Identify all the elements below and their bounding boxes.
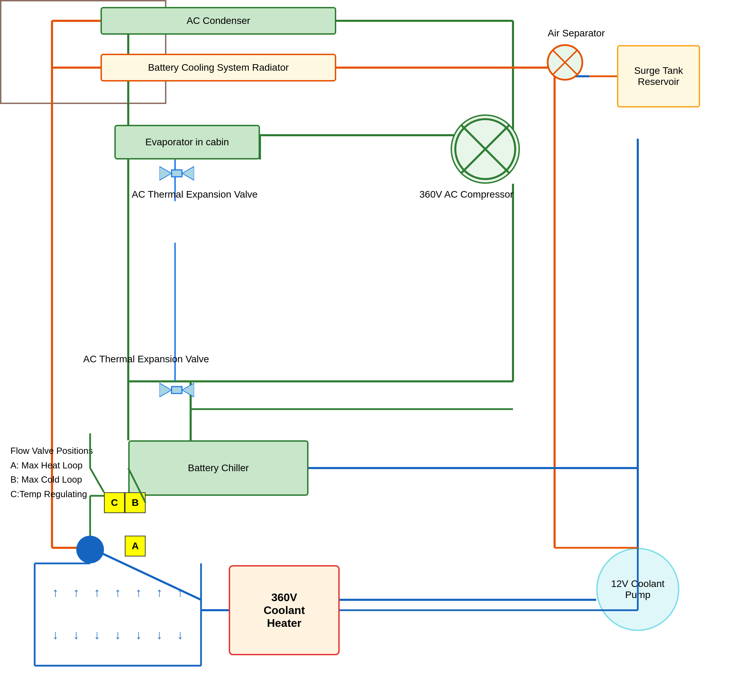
tev-bottom: [160, 376, 194, 405]
arrow-up-4: ↑: [115, 585, 121, 600]
arrow-down-3: ↓: [94, 627, 100, 642]
arrow-pair-7: ↑ ↓: [177, 585, 183, 642]
coolant-heater-label: 360VCoolantHeater: [263, 591, 305, 630]
svg-rect-33: [172, 387, 182, 394]
arrow-pair-3: ↑ ↓: [94, 585, 100, 642]
arrow-down-6: ↓: [156, 627, 163, 642]
arrow-pair-6: ↑ ↓: [156, 585, 163, 642]
arrow-up-3: ↑: [94, 585, 100, 600]
coolant-heater-box: 360VCoolantHeater: [229, 565, 340, 655]
air-separator-symbol: [544, 42, 586, 85]
legend-item-c: C:Temp Regulating: [11, 487, 93, 502]
evaporator-label: Evaporator in cabin: [145, 137, 229, 148]
arrow-pair-4: ↑ ↓: [115, 585, 121, 642]
svg-marker-32: [182, 166, 194, 180]
ac-compressor-box: [451, 114, 520, 184]
legend-item-a: A: Max Heat Loop: [11, 458, 93, 473]
tev-top-label: AC Thermal Expansion Valve: [132, 189, 257, 200]
legend-title: Flow Valve Positions: [11, 444, 93, 458]
diagram-container: AC Condenser Battery Cooling System Radi…: [0, 0, 748, 700]
battery-chiller-label: Battery Chiller: [188, 463, 249, 473]
ac-condenser-box: AC Condenser: [100, 7, 336, 35]
ac-condenser-label: AC Condenser: [187, 15, 250, 26]
arrow-down-5: ↓: [135, 627, 142, 642]
arrow-up-5: ↑: [135, 585, 142, 600]
arrow-down-1: ↓: [52, 627, 59, 642]
valve-marker-a-label: A: [132, 540, 138, 552]
arrow-pair-1: ↑ ↓: [52, 585, 59, 642]
arrow-up-2: ↑: [73, 585, 79, 600]
arrow-down-2: ↓: [73, 627, 79, 642]
ac-compressor-label: 360V AC Compressor: [420, 189, 513, 200]
svg-marker-34: [160, 383, 172, 397]
legend-item-b: B: Max Cold Loop: [11, 473, 93, 487]
svg-rect-30: [172, 170, 182, 177]
tev-top: [160, 160, 194, 189]
tev-bottom-label: AC Thermal Expansion Valve: [83, 354, 209, 365]
arrows-container: ↑ ↓ ↑ ↓ ↑ ↓ ↑ ↓ ↑ ↓ ↑ ↓ ↑ ↓: [42, 569, 194, 659]
arrow-pair-5: ↑ ↓: [135, 585, 142, 642]
battery-chiller-box: Battery Chiller: [128, 440, 309, 496]
arrow-down-7: ↓: [177, 627, 183, 642]
flow-junction: [76, 536, 104, 563]
svg-marker-31: [160, 166, 172, 180]
valve-marker-b: B: [125, 492, 146, 513]
valve-marker-c: C: [104, 492, 125, 513]
valve-marker-b-label: B: [132, 497, 138, 508]
arrow-up-1: ↑: [52, 585, 59, 600]
flow-valve-legend: Flow Valve Positions A: Max Heat Loop B:…: [11, 444, 93, 501]
evaporator-box: Evaporator in cabin: [114, 125, 260, 160]
bcsr-box: Battery Cooling System Radiator: [100, 54, 336, 81]
air-separator-label: Air Separator: [548, 28, 605, 39]
arrow-pair-2: ↑ ↓: [73, 585, 79, 642]
svg-marker-35: [182, 383, 194, 397]
surge-tank-label: Surge TankReservoir: [634, 65, 683, 87]
coolant-pump-box: 12V CoolantPump: [596, 548, 680, 631]
bcsr-label: Battery Cooling System Radiator: [148, 62, 289, 73]
coolant-pump-label: 12V CoolantPump: [611, 578, 664, 601]
surge-tank-box: Surge TankReservoir: [617, 45, 700, 108]
arrow-up-7: ↑: [177, 585, 183, 600]
valve-marker-a: A: [125, 536, 146, 557]
arrow-down-4: ↓: [115, 627, 121, 642]
arrow-up-6: ↑: [156, 585, 163, 600]
valve-marker-c-label: C: [111, 497, 118, 508]
